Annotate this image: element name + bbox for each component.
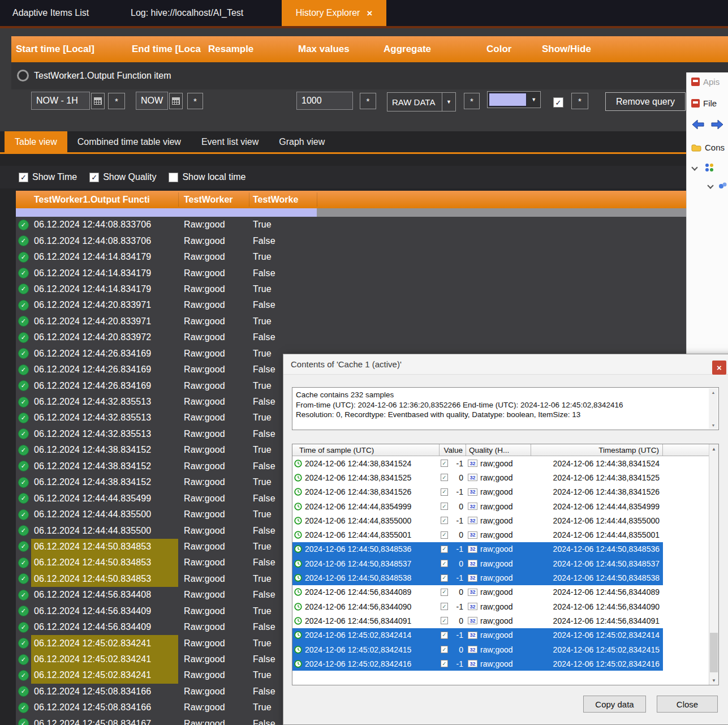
scroll-down-icon[interactable]: ▼: [709, 421, 718, 429]
start-time-input[interactable]: [31, 92, 90, 110]
wildcard-button-show-hide[interactable]: *: [571, 93, 588, 109]
cache-table-row[interactable]: 2024-12-06 12:44:38,8341525 ✓ 0 32 raw;g…: [292, 470, 709, 484]
cache-table-row[interactable]: 2024-12-06 12:44:56,8344091 ✓ 0 32 raw;g…: [292, 614, 709, 628]
cache-table-row[interactable]: 2024-12-06 12:45:02,8342416 ✓ -1 32 raw;…: [292, 657, 709, 671]
end-time-input[interactable]: [136, 92, 168, 110]
header-time-of-sample[interactable]: Time of sample (UTC): [292, 444, 440, 456]
checkbox-checked-icon: ✓: [19, 173, 28, 182]
grid-col-time[interactable]: TestWorker1.Output Functi: [34, 191, 150, 208]
cache-table-row[interactable]: 2024-12-06 12:44:44,8354999 ✓ 0 32 raw;g…: [292, 499, 709, 513]
cache-table-row[interactable]: 2024-12-06 12:45:02,8342414 ✓ -1 32 raw;…: [292, 628, 709, 642]
wildcard-button-max-values[interactable]: *: [360, 93, 376, 109]
scroll-up-icon[interactable]: ▲: [709, 388, 718, 396]
tab-event-list-view[interactable]: Event list view: [191, 131, 269, 153]
cache-table-scrollbar[interactable]: ▲ ▼: [709, 444, 718, 685]
good-quality-icon: ✓: [18, 397, 29, 407]
wildcard-button-end-time[interactable]: *: [187, 93, 203, 109]
tab-history-explorer-label: History Explorer: [296, 8, 360, 18]
tab-combined-time-table-view[interactable]: Combined time table view: [67, 131, 191, 153]
tab-adaptive-items-list[interactable]: Adaptive Items List: [0, 0, 122, 26]
header-timestamp[interactable]: Timestamp (UTC): [531, 444, 663, 456]
grid-col-value[interactable]: TestWorke: [253, 191, 298, 208]
end-date-picker-button[interactable]: [169, 93, 183, 109]
back-arrow-icon[interactable]: [691, 119, 705, 130]
show-quality-option[interactable]: ✓ Show Quality: [89, 172, 156, 182]
cache-table-row[interactable]: 2024-12-06 12:44:44,8355000 ✓ -1 32 raw;…: [292, 513, 709, 527]
cache-table-row[interactable]: 2024-12-06 12:44:50,8348536 ✓ -1 32 raw;…: [292, 542, 709, 556]
cache-time-text: 2024-12-06 12:44:38,8341525: [305, 473, 411, 482]
cache-cell-quality: 32 raw;good: [466, 470, 531, 484]
tab-history-explorer[interactable]: History Explorer ×: [282, 0, 386, 26]
cache-table-row[interactable]: 2024-12-06 12:44:50,8348537 ✓ 0 32 raw;g…: [292, 556, 709, 570]
console-tree-root[interactable]: Cons: [687, 143, 728, 152]
chevron-down-icon[interactable]: ▼: [528, 92, 540, 108]
remove-query-button[interactable]: Remove query: [605, 92, 686, 111]
row-quality: Raw:good: [178, 426, 249, 442]
tab-graph-view[interactable]: Graph view: [269, 131, 335, 153]
forward-arrow-icon[interactable]: [710, 119, 724, 130]
cache-table-row[interactable]: 2024-12-06 12:44:56,8344089 ✓ 0 32 raw;g…: [292, 585, 709, 599]
cache-row-filler: [663, 456, 709, 470]
grid-col-quality[interactable]: TestWorker: [184, 191, 233, 208]
scroll-up-icon[interactable]: ▲: [709, 444, 718, 453]
table-row[interactable]: ✓ 06.12.2024 12:44:20.833972 Raw:good Fa…: [16, 329, 686, 345]
cache-table-row[interactable]: 2024-12-06 12:45:02,8342415 ✓ 0 32 raw;g…: [292, 642, 709, 657]
table-row[interactable]: ✓ 06.12.2024 12:44:14.834179 Raw:good Fa…: [16, 265, 686, 281]
cache-row-filler: [663, 542, 709, 556]
chevron-expand-icon[interactable]: [707, 182, 713, 188]
cache-row-cells: 2024-12-06 12:44:56,8344090 ✓ -1 32 raw;…: [292, 599, 663, 614]
series-color-picker[interactable]: ▼: [487, 91, 541, 108]
chevron-expand-icon[interactable]: [691, 164, 697, 170]
start-date-picker-button[interactable]: [91, 93, 105, 109]
table-row[interactable]: ✓ 06.12.2024 12:44:14.834179 Raw:good Tr…: [16, 249, 686, 265]
dialog-close-button[interactable]: ×: [712, 361, 726, 375]
cache-time-text: 2024-12-06 12:44:44,8354999: [305, 502, 411, 511]
copy-data-button[interactable]: Copy data: [583, 696, 646, 713]
chevron-down-icon[interactable]: ▼: [442, 93, 455, 111]
tree-node-level1[interactable]: [687, 163, 728, 172]
dialog-titlebar[interactable]: Contents of 'Cache 1 (active)' ×: [283, 354, 728, 375]
wildcard-button-start-time[interactable]: *: [108, 93, 125, 109]
cache-timestamp-text: 2024-12-06 12:44:38,8341524: [531, 456, 663, 470]
close-tab-icon[interactable]: ×: [367, 8, 372, 18]
tree-node-level2[interactable]: [687, 181, 728, 190]
info-scrollbar[interactable]: ▲ ▼: [709, 388, 718, 429]
file-menu-row[interactable]: File: [687, 98, 728, 108]
row-quality: Raw:good: [178, 539, 249, 555]
scroll-down-icon[interactable]: ▼: [709, 676, 718, 685]
max-values-input[interactable]: [296, 92, 353, 110]
col-color: Color: [486, 36, 511, 62]
tab-log-hive[interactable]: Log: hive://localhost/AI_Test: [122, 0, 280, 26]
int32-type-icon: 32: [468, 646, 477, 653]
scrollbar-thumb[interactable]: [710, 633, 718, 672]
cache-row-filler: [663, 527, 709, 542]
table-row[interactable]: ✓ 06.12.2024 12:44:08.833706 Raw:good Fa…: [16, 233, 686, 248]
header-quality[interactable]: Quality (H...: [466, 444, 531, 456]
aggregate-select[interactable]: RAW DATA ▼: [387, 92, 456, 111]
cache-cell-time: 2024-12-06 12:44:38,8341525: [292, 470, 440, 484]
good-quality-icon: ✓: [18, 573, 29, 584]
show-time-option[interactable]: ✓ Show Time: [19, 172, 77, 182]
table-row[interactable]: ✓ 06.12.2024 12:44:20.833971 Raw:good Tr…: [16, 314, 686, 329]
good-quality-icon: ✓: [18, 670, 29, 681]
show-hide-checkbox[interactable]: ✓: [553, 97, 563, 108]
view-tabbar: Table view Combined time table view Even…: [0, 131, 728, 153]
cache-row-filler: [663, 513, 709, 527]
header-value[interactable]: Value: [440, 444, 466, 456]
show-local-time-option[interactable]: Show local time: [169, 172, 245, 182]
cache-table-row[interactable]: 2024-12-06 12:44:56,8344090 ✓ -1 32 raw;…: [292, 599, 709, 614]
table-row[interactable]: ✓ 06.12.2024 12:44:20.833971 Raw:good Fa…: [16, 297, 686, 313]
cache-table-row[interactable]: 2024-12-06 12:44:44,8355001 ✓ 0 32 raw;g…: [292, 527, 709, 542]
cache-cell-value: ✓ -1: [440, 513, 466, 527]
close-button[interactable]: Close: [657, 696, 718, 713]
table-row[interactable]: ✓ 06.12.2024 12:44:14.834179 Raw:good Tr…: [16, 281, 686, 297]
tab-table-view[interactable]: Table view: [5, 131, 67, 153]
cache-table-row[interactable]: 2024-12-06 12:44:38,8341524 ✓ -1 32 raw;…: [292, 456, 709, 470]
good-quality-icon: ✓: [18, 525, 29, 536]
wildcard-button-aggregate[interactable]: *: [464, 93, 480, 109]
cache-table-row[interactable]: 2024-12-06 12:44:50,8348538 ✓ -1 32 raw;…: [292, 570, 709, 585]
query-radio-button[interactable]: [17, 70, 29, 81]
cache-cell-quality: 32 raw;good: [466, 542, 531, 556]
table-row[interactable]: ✓ 06.12.2024 12:44:08.833706 Raw:good Tr…: [16, 217, 686, 233]
cache-table-row[interactable]: 2024-12-06 12:44:38,8341526 ✓ -1 32 raw;…: [292, 485, 709, 499]
